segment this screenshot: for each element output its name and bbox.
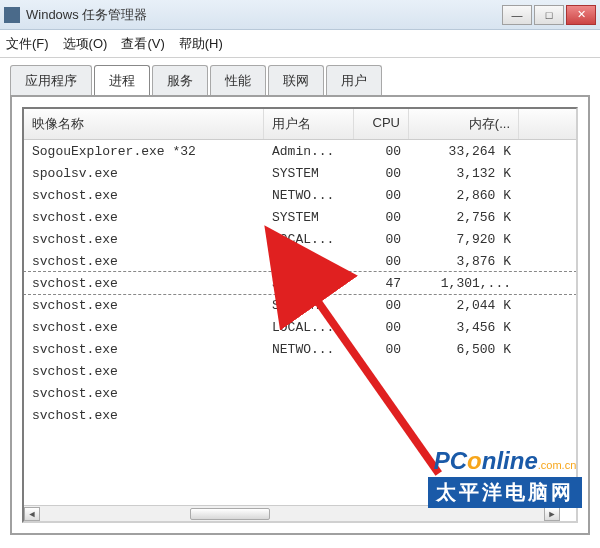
cell-cpu: 00 <box>354 342 409 357</box>
maximize-button[interactable]: □ <box>534 5 564 25</box>
table-row[interactable]: svchost.exeNETWO...002,860 K <box>24 184 576 206</box>
cell-memory: 1,301,... <box>409 276 519 291</box>
cell-user: Admin... <box>264 144 354 159</box>
cell-memory: 2,860 K <box>409 188 519 203</box>
table-row[interactable]: svchost.exeNETWO...006,500 K <box>24 338 576 360</box>
cell-image-name: svchost.exe <box>24 188 264 203</box>
scroll-thumb[interactable] <box>190 508 270 520</box>
title-bar: Windows 任务管理器 — □ ✕ <box>0 0 600 30</box>
tab-services[interactable]: 服务 <box>152 65 208 96</box>
menu-bar: 文件(F) 选项(O) 查看(V) 帮助(H) <box>0 30 600 58</box>
table-row[interactable]: SogouExplorer.exe *32Admin...0033,264 K <box>24 140 576 162</box>
cell-image-name: svchost.exe <box>24 210 264 225</box>
cell-cpu: 00 <box>354 166 409 181</box>
cell-image-name: svchost.exe <box>24 364 264 379</box>
table-row[interactable]: svchost.exeSYSTEM471,301,... <box>24 272 576 294</box>
scroll-left-button[interactable]: ◄ <box>24 507 40 521</box>
table-row[interactable]: svchost.exeLOCAL...003,456 K <box>24 316 576 338</box>
cell-memory: 3,132 K <box>409 166 519 181</box>
tab-applications[interactable]: 应用程序 <box>10 65 92 96</box>
table-row[interactable]: spoolsv.exeSYSTEM003,132 K <box>24 162 576 184</box>
menu-options[interactable]: 选项(O) <box>63 35 108 53</box>
tab-users[interactable]: 用户 <box>326 65 382 96</box>
cell-image-name: svchost.exe <box>24 254 264 269</box>
cell-user: LOCAL... <box>264 320 354 335</box>
table-row[interactable]: svchost.exeSYSTEM002,044 K <box>24 294 576 316</box>
table-row[interactable]: svchost.exe <box>24 360 576 382</box>
table-row[interactable]: svchost.exeSYSTEM003,876 K <box>24 250 576 272</box>
tab-bar: 应用程序 进程 服务 性能 联网 用户 <box>0 58 600 95</box>
cell-cpu: 00 <box>354 144 409 159</box>
cell-user: SYSTEM <box>264 276 354 291</box>
window-controls: — □ ✕ <box>500 5 596 25</box>
cell-cpu: 00 <box>354 210 409 225</box>
cell-memory: 6,500 K <box>409 342 519 357</box>
cell-user: SYSTEM <box>264 298 354 313</box>
scroll-track[interactable] <box>40 507 544 521</box>
cell-memory: 3,456 K <box>409 320 519 335</box>
table-row[interactable]: svchost.exeSYSTEM002,756 K <box>24 206 576 228</box>
cell-user: SYSTEM <box>264 254 354 269</box>
cell-image-name: svchost.exe <box>24 386 264 401</box>
column-image-name[interactable]: 映像名称 <box>24 109 264 139</box>
column-user[interactable]: 用户名 <box>264 109 354 139</box>
menu-help[interactable]: 帮助(H) <box>179 35 223 53</box>
horizontal-scrollbar[interactable]: ◄ ► <box>24 505 560 521</box>
cell-memory: 3,876 K <box>409 254 519 269</box>
cell-memory: 2,756 K <box>409 210 519 225</box>
cell-image-name: svchost.exe <box>24 408 264 423</box>
window-title: Windows 任务管理器 <box>26 6 500 24</box>
cell-memory: 33,264 K <box>409 144 519 159</box>
cell-cpu: 00 <box>354 188 409 203</box>
cell-cpu: 47 <box>354 276 409 291</box>
content-pane: 映像名称 用户名 CPU 内存(... SogouExplorer.exe *3… <box>10 95 590 535</box>
cell-cpu: 00 <box>354 320 409 335</box>
cell-memory: 7,920 K <box>409 232 519 247</box>
cell-cpu: 00 <box>354 232 409 247</box>
cell-image-name: svchost.exe <box>24 320 264 335</box>
cell-image-name: svchost.exe <box>24 276 264 291</box>
column-memory[interactable]: 内存(... <box>409 109 519 139</box>
cell-cpu: 00 <box>354 254 409 269</box>
table-row[interactable]: svchost.exe <box>24 382 576 404</box>
app-icon <box>4 7 20 23</box>
table-row[interactable]: svchost.exeLOCAL...007,920 K <box>24 228 576 250</box>
close-button[interactable]: ✕ <box>566 5 596 25</box>
cell-user: NETWO... <box>264 188 354 203</box>
cell-memory: 2,044 K <box>409 298 519 313</box>
menu-view[interactable]: 查看(V) <box>121 35 164 53</box>
scroll-right-button[interactable]: ► <box>544 507 560 521</box>
menu-file[interactable]: 文件(F) <box>6 35 49 53</box>
list-header: 映像名称 用户名 CPU 内存(... <box>24 109 576 140</box>
cell-user: SYSTEM <box>264 166 354 181</box>
tab-performance[interactable]: 性能 <box>210 65 266 96</box>
cell-user: LOCAL... <box>264 232 354 247</box>
cell-image-name: spoolsv.exe <box>24 166 264 181</box>
table-row[interactable]: svchost.exe <box>24 404 576 426</box>
list-body: SogouExplorer.exe *32Admin...0033,264 Ks… <box>24 140 576 426</box>
tab-processes[interactable]: 进程 <box>94 65 150 96</box>
cell-user: NETWO... <box>264 342 354 357</box>
cell-cpu: 00 <box>354 298 409 313</box>
process-list: 映像名称 用户名 CPU 内存(... SogouExplorer.exe *3… <box>22 107 578 523</box>
cell-image-name: svchost.exe <box>24 298 264 313</box>
tab-networking[interactable]: 联网 <box>268 65 324 96</box>
cell-image-name: svchost.exe <box>24 342 264 357</box>
column-cpu[interactable]: CPU <box>354 109 409 139</box>
cell-user: SYSTEM <box>264 210 354 225</box>
minimize-button[interactable]: — <box>502 5 532 25</box>
cell-image-name: svchost.exe <box>24 232 264 247</box>
cell-image-name: SogouExplorer.exe *32 <box>24 144 264 159</box>
